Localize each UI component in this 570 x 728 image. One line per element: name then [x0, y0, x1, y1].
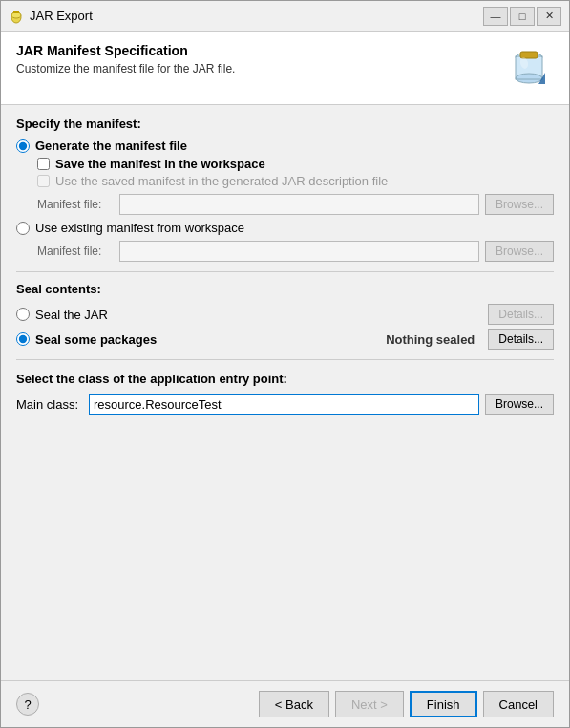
seal-some-row: Seal some packages Nothing sealed Detail…: [16, 329, 554, 350]
entry-section-label: Select the class of the application entr…: [16, 372, 554, 386]
finish-button[interactable]: Finish: [410, 691, 477, 717]
footer-left: ?: [16, 693, 39, 716]
seal-jar-label: Seal the JAR: [35, 308, 108, 322]
seal-jar-left: Seal the JAR: [16, 308, 108, 322]
entry-section: Select the class of the application entr…: [16, 372, 554, 415]
svg-rect-2: [13, 11, 19, 13]
svg-point-5: [516, 74, 542, 83]
cancel-button[interactable]: Cancel: [483, 691, 554, 717]
use-saved-manifest-checkbox-row: Use the saved manifest in the generated …: [37, 174, 554, 188]
nothing-sealed-badge: Nothing sealed: [386, 332, 475, 347]
generate-manifest-file-input[interactable]: [119, 194, 479, 215]
generate-manifest-label: Generate the manifest file: [35, 139, 187, 153]
existing-manifest-file-label: Manifest file:: [37, 245, 114, 258]
header-section: JAR Manifest Specification Customize the…: [1, 32, 569, 105]
use-saved-manifest-checkbox[interactable]: [37, 175, 50, 187]
generate-manifest-radio[interactable]: [16, 139, 30, 153]
minimize-button[interactable]: —: [483, 7, 508, 26]
use-saved-manifest-label: Use the saved manifest in the generated …: [55, 174, 388, 188]
page-subtitle: Customize the manifest file for the JAR …: [16, 62, 235, 75]
title-bar-controls: — □ ✕: [483, 7, 561, 26]
use-existing-manifest-radio[interactable]: [16, 222, 30, 235]
svg-rect-7: [520, 52, 538, 58]
window-icon: [9, 9, 24, 24]
title-bar: JAR Export — □ ✕: [1, 1, 569, 32]
save-manifest-checkbox-row: Save the manifest in the workspace: [37, 157, 554, 171]
footer-right: < Back Next > Finish Cancel: [259, 691, 554, 717]
generate-manifest-file-label: Manifest file:: [37, 198, 114, 211]
existing-manifest-browse-button[interactable]: Browse...: [485, 241, 554, 262]
use-existing-manifest-label: Use existing manifest from workspace: [35, 221, 244, 235]
main-class-browse-button[interactable]: Browse...: [485, 394, 554, 415]
maximize-button[interactable]: □: [510, 7, 535, 26]
seal-jar-details-button[interactable]: Details...: [488, 304, 554, 325]
jar-icon: [505, 44, 553, 92]
window-title: JAR Export: [30, 9, 93, 23]
page-title: JAR Manifest Specification: [16, 43, 235, 58]
manifest-section-label: Specify the manifest:: [16, 117, 554, 131]
generate-manifest-file-row: Manifest file: Browse...: [37, 194, 554, 215]
existing-manifest-file-input[interactable]: [119, 241, 479, 262]
back-button[interactable]: < Back: [259, 691, 329, 717]
generate-manifest-browse-button[interactable]: Browse...: [485, 194, 554, 215]
main-class-input[interactable]: [89, 394, 479, 415]
seal-jar-radio[interactable]: [16, 308, 30, 321]
divider-1: [16, 271, 554, 272]
existing-manifest-file-row: Manifest file: Browse...: [37, 241, 554, 262]
close-button[interactable]: ✕: [537, 7, 561, 26]
next-button[interactable]: Next >: [335, 691, 404, 717]
seal-some-details-button[interactable]: Details...: [488, 329, 554, 350]
title-bar-left: JAR Export: [9, 9, 93, 24]
help-button[interactable]: ?: [16, 693, 39, 716]
divider-2: [16, 359, 554, 360]
seal-some-radio[interactable]: [16, 332, 30, 346]
header-text: JAR Manifest Specification Customize the…: [16, 43, 235, 75]
use-existing-manifest-radio-row: Use existing manifest from workspace: [16, 221, 554, 235]
jar-export-window: JAR Export — □ ✕ JAR Manifest Specificat…: [0, 0, 570, 728]
main-class-label: Main class:: [16, 397, 83, 412]
footer: ? < Back Next > Finish Cancel: [1, 680, 569, 727]
content-area: Specify the manifest: Generate the manif…: [1, 105, 569, 680]
save-manifest-checkbox[interactable]: [37, 158, 50, 170]
seal-some-right: Nothing sealed Details...: [386, 329, 554, 350]
seal-some-left: Seal some packages: [16, 332, 157, 347]
seal-section-label: Seal contents:: [16, 282, 554, 296]
seal-jar-row: Seal the JAR Details...: [16, 304, 554, 325]
seal-some-label: Seal some packages: [35, 332, 157, 347]
main-class-row: Main class: Browse...: [16, 394, 554, 415]
generate-manifest-radio-row: Generate the manifest file: [16, 139, 554, 153]
save-manifest-label: Save the manifest in the workspace: [55, 157, 265, 171]
header-icon: [504, 43, 554, 93]
